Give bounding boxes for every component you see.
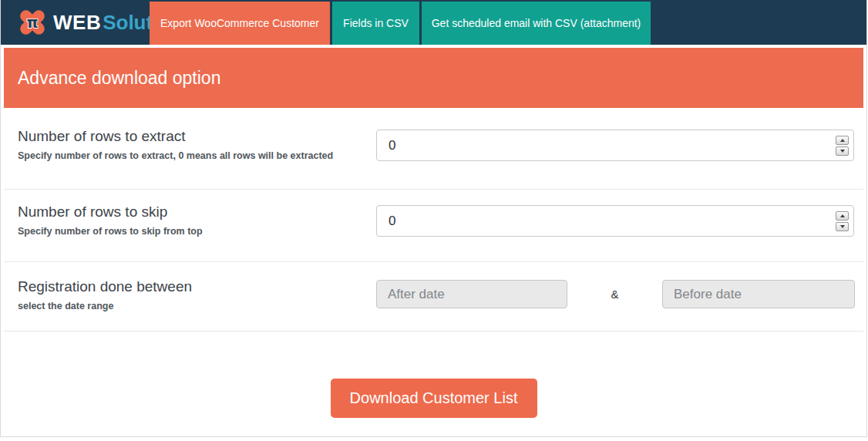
after-date-input[interactable] xyxy=(376,280,567,308)
settings-card: π WEB Solution Export WooCommerce Custom… xyxy=(0,0,867,437)
rows-to-extract-input[interactable] xyxy=(376,130,854,161)
page-title: Advance download option xyxy=(4,68,220,89)
form-row-rows-to-skip: Number of rows to skip Specify number of… xyxy=(4,190,863,262)
spin-up-button[interactable] xyxy=(836,136,849,145)
spin-down-button[interactable] xyxy=(836,146,849,156)
rows-to-skip-input[interactable] xyxy=(376,205,854,237)
number-input-wrapper xyxy=(376,205,854,237)
settings-content: Advance download option Number of rows t… xyxy=(1,48,866,436)
field-label-group: Number of rows to extract Specify number… xyxy=(18,128,333,161)
brand-name-web: WEB xyxy=(53,11,101,35)
tab-fields-in-csv[interactable]: Fields in CSV xyxy=(332,2,419,45)
before-date-input[interactable] xyxy=(662,280,855,308)
number-spinner xyxy=(836,211,849,231)
ampersand-separator: & xyxy=(567,288,662,301)
spin-up-button[interactable] xyxy=(836,211,849,220)
rows-to-skip-label: Number of rows to skip xyxy=(18,204,203,220)
registration-range-hint: select the date range xyxy=(18,301,192,311)
export-customer-settings-page: π WEB Solution Export WooCommerce Custom… xyxy=(0,0,868,441)
registration-range-label: Registration done between xyxy=(18,278,192,295)
date-range-input-group: & xyxy=(376,280,855,308)
field-input-group xyxy=(376,205,854,237)
top-navigation-bar: π WEB Solution Export WooCommerce Custom… xyxy=(1,0,866,45)
field-input-group xyxy=(376,130,854,161)
tab-export-woocommerce-customer[interactable]: Export WooCommerce Customer xyxy=(150,2,330,45)
download-customer-list-button[interactable]: Download Customer List xyxy=(331,379,537,418)
tab-scheduled-email-csv[interactable]: Get scheduled email with CSV (attachment… xyxy=(422,2,651,45)
number-input-wrapper xyxy=(376,130,854,161)
action-footer: Download Customer List xyxy=(4,332,863,436)
rows-to-extract-hint: Specify number of rows to extract, 0 mea… xyxy=(18,150,333,161)
form-row-rows-to-extract: Number of rows to extract Specify number… xyxy=(4,108,863,190)
form-row-registration-date-range: Registration done between select the dat… xyxy=(4,262,863,332)
number-spinner xyxy=(836,136,849,156)
page-title-banner: Advance download option xyxy=(4,48,863,108)
rows-to-extract-label: Number of rows to extract xyxy=(18,128,333,145)
pi-symbol: π xyxy=(26,14,38,32)
spin-down-button[interactable] xyxy=(836,222,849,231)
brand-logo[interactable]: π WEB Solution xyxy=(1,0,150,45)
field-label-group: Registration done between select the dat… xyxy=(18,278,192,311)
rows-to-skip-hint: Specify number of rows to skip from top xyxy=(18,226,203,237)
field-label-group: Number of rows to skip Specify number of… xyxy=(18,204,203,237)
pi-star-logo-icon: π xyxy=(16,5,49,40)
tab-bar: Export WooCommerce Customer Fields in CS… xyxy=(150,0,653,45)
